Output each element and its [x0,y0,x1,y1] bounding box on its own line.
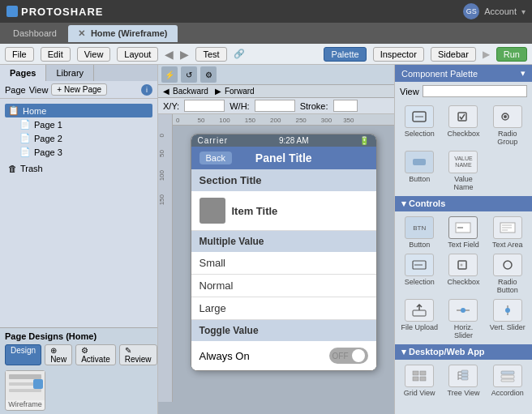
run-button[interactable]: Run [496,47,527,62]
new-page-button[interactable]: + New Page [51,83,107,96]
ctrl-textfield[interactable]: Text Field [444,216,483,249]
svg-rect-33 [501,371,514,374]
palette-selection[interactable]: Selection [400,105,439,146]
view-filter-input[interactable] [423,85,527,97]
desktop-grid: Grid View Tree View Accordion [395,360,532,402]
palette-value-name[interactable]: VALUE NAME Value Name [444,151,483,191]
sidebar-view-label: View [29,85,49,95]
toggle-state: OFF [332,352,349,361]
info-icon[interactable]: i [141,84,152,96]
tree-item-trash[interactable]: 🗑 Trash [5,162,152,175]
tab-wireframe[interactable]: ✕ Home (Wireframe) [68,25,178,42]
app-logo: PROTOSHARE [6,6,104,18]
palette-tab[interactable]: Palette [324,47,366,62]
ctrl-textarea-label: Text Area [492,241,523,249]
icon1[interactable]: ⚡ [161,66,178,83]
section-title-2: Multiple Value [191,231,376,252]
palette-checkbox[interactable]: Checkbox [444,105,483,146]
layout-menu[interactable]: Layout [117,47,158,62]
arrow-right-icon[interactable]: ▶ [180,48,189,61]
page-designs-tools: Design ⊕ New ⚙ Activate ✎ Review [5,344,152,365]
sidebar-tab-pages[interactable]: Pages [0,65,46,81]
toggle-switch[interactable]: OFF [329,348,368,364]
battery-icon: 🔋 [359,136,369,145]
ctrl-vslider[interactable]: Vert. Slider [488,299,527,339]
sidebar-tab-library[interactable]: Library [46,65,94,81]
tree-item-home[interactable]: 📋 Home [5,104,152,117]
page3-label: Page 3 [34,147,62,157]
backward-btn[interactable]: ◀ Backward [163,87,208,96]
mobile-wireframe: Carrier 9:28 AM 🔋 Back Panel Title Secti… [191,134,377,371]
design-btn[interactable]: Design [5,344,41,365]
svg-point-21 [505,308,510,313]
ctrl-hslider[interactable]: Horiz. Slider [444,299,483,339]
w-input[interactable] [255,100,295,112]
value-name-label: Value Name [444,175,483,191]
ctrl-button[interactable]: BTN Button [400,216,439,249]
tree-item-page3[interactable]: 📄 Page 3 [16,145,152,159]
file-menu[interactable]: File [5,47,34,62]
desktop-gridview[interactable]: Grid View [400,365,439,397]
activate-btn[interactable]: ⚙ Activate [75,344,116,365]
new-design-btn[interactable]: ⊕ New [45,344,72,365]
canvas-mini-toolbar: ⚡ ↺ ⚙ [158,65,394,85]
treeview-icon [448,365,478,387]
new-label: New [50,355,66,364]
sidebar-tab-btn[interactable]: Sidebar [431,47,476,62]
stroke-input[interactable] [333,100,358,112]
accordion-icon [493,365,522,387]
page2-label: Page 2 [34,134,62,143]
ctrl-fileupload-label: File Upload [401,323,438,331]
ctrl-radio[interactable]: Radio Button [488,254,527,294]
tree-item-page2[interactable]: 📄 Page 2 [16,131,152,145]
ctrl-selection[interactable]: Selection [400,254,439,294]
sidebar-toolbar: Page View + New Page i [0,81,157,99]
tree-item-page1[interactable]: 📄 Page 1 [16,117,152,131]
desktop-toggle[interactable]: ▾ [401,347,409,356]
ctrl-checkbox[interactable]: Checkbox [444,254,483,294]
svg-rect-34 [501,375,514,378]
radio-small[interactable]: Small [191,252,376,275]
desktop-accordion[interactable]: Accordion [488,365,527,397]
xy-label: X/Y: [163,101,179,111]
sidebar-page-label: Page [5,85,26,95]
radio-normal[interactable]: Normal [191,275,376,297]
back-button[interactable]: Back [200,152,232,164]
accordion-label: Accordion [491,389,524,397]
tab-wireframe-close[interactable]: ✕ [78,28,85,38]
value-name-icon: VALUE NAME [448,151,478,173]
wireframe-thumbnail[interactable]: Wireframe [5,370,45,411]
review-icon: ✎ [125,346,131,355]
tab-dashboard[interactable]: Dashboard [3,25,66,41]
palette-radio-group[interactable]: Radio Group [488,105,527,146]
desktop-treeview[interactable]: Tree View [444,365,483,397]
test-button[interactable]: Test [195,47,226,62]
list-item-1[interactable]: Item Title [191,191,376,231]
palette-view-bar: View [395,82,532,100]
account-link[interactable]: Account [484,6,517,16]
inspector-tab[interactable]: Inspector [373,47,424,62]
icon3[interactable]: ⚙ [200,66,217,83]
icon2[interactable]: ↺ [181,66,197,83]
ctrl-textfield-icon [448,216,478,239]
svg-rect-22 [413,371,418,375]
palette-button[interactable]: Button [400,151,439,191]
forward-icon: ▶ [215,87,221,96]
radio-large[interactable]: Large [191,297,376,320]
x-input[interactable] [184,100,225,112]
svg-rect-25 [420,377,426,381]
arrow-left-icon[interactable]: ◀ [165,48,174,61]
canvas-content: Carrier 9:28 AM 🔋 Back Panel Title Secti… [173,126,394,402]
ctrl-radio-label: Radio Button [488,278,527,294]
controls-toggle[interactable]: ▾ [401,198,409,208]
toggle-row: Always On OFF [191,341,376,370]
desktop-title: Desktop/Web App [409,347,485,356]
edit-menu[interactable]: Edit [41,47,71,62]
page-designs-header: Page Designs (Home) [5,331,152,341]
ctrl-fileupload[interactable]: File Upload [400,299,439,339]
review-btn[interactable]: ✎ Review [119,344,157,365]
view-menu[interactable]: View [77,47,111,62]
view-palette-grid: Selection Checkbox Radio Group Button [395,100,532,196]
ctrl-textarea[interactable]: Text Area [488,216,527,249]
forward-btn[interactable]: ▶ Forward [215,87,255,96]
